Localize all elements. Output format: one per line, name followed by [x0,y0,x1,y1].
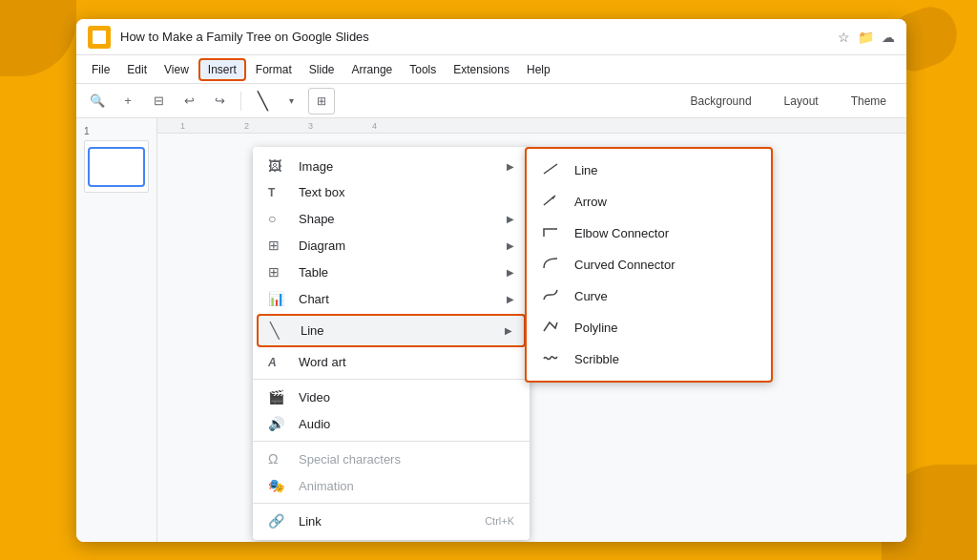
slide-thumbnail[interactable] [84,140,149,193]
special-chars-icon: Ω [268,451,287,467]
menu-item-shape[interactable]: ○ Shape ▶ [253,205,530,232]
menu-item-animation: 🎭 Animation [253,472,530,499]
wordart-icon: A [268,356,287,369]
menu-item-diagram[interactable]: ⊞ Diagram ▶ [253,232,530,259]
submenu-scribble[interactable]: Scribble [527,343,771,375]
insert-dropdown: 🖼 Image ▶ T Text box ○ Shape ▶ ⊞ Diagram… [253,147,530,540]
content-area: 1 1 2 3 4 🖼 Image ▶ T [76,118,906,542]
menu-view[interactable]: View [156,60,197,79]
line-tool-btn[interactable]: ╲ [249,88,276,114]
submenu-curved-connector[interactable]: Curved Connector [527,249,771,280]
line-submenu: Line Arrow Elbow Connector [525,147,773,383]
menu-edit[interactable]: Edit [119,60,155,79]
title-bar: How to Make a Family Tree on Google Slid… [76,19,906,55]
title-icons: ☆ 📁 ☁ [838,30,895,45]
menu-item-audio[interactable]: 🔊 Audio [253,410,530,437]
svg-line-0 [544,164,557,174]
line-straight-icon [542,162,563,178]
theme-btn[interactable]: Theme [839,90,899,113]
slide-number: 1 [84,126,149,136]
menu-tools[interactable]: Tools [402,60,444,79]
slide-inner [88,147,145,187]
app-icon-inner [93,31,106,44]
submenu-elbow[interactable]: Elbow Connector [527,218,771,249]
menu-bar: File Edit View Insert Format Slide Arran… [76,55,906,84]
menu-divider-1 [253,379,530,380]
menu-item-image[interactable]: 🖼 Image ▶ [253,153,530,179]
cloud-icon[interactable]: ☁ [882,30,895,45]
menu-item-video[interactable]: 🎬 Video [253,384,530,410]
menu-extensions[interactable]: Extensions [446,60,517,79]
search-btn[interactable]: 🔍 [84,88,111,114]
submenu-arrow[interactable]: Arrow [527,186,771,218]
elbow-connector-icon [542,225,563,241]
menu-item-special-chars: Ω Special characters [253,446,530,472]
audio-icon: 🔊 [268,416,287,431]
folder-icon[interactable]: 📁 [858,30,874,45]
image-icon: 🖼 [268,158,287,174]
submenu-line[interactable]: Line [527,155,771,186]
app-window: How to Make a Family Tree on Google Slid… [76,19,906,542]
toolbar-right: Background Layout Theme [678,90,899,113]
window-title: How to Make a Family Tree on Google Slid… [120,30,838,44]
slide-edit-area: 1 2 3 4 🖼 Image ▶ T Text box ○ Shap [157,118,906,542]
menu-item-chart[interactable]: 📊 Chart ▶ [253,285,530,312]
diagram-icon: ⊞ [268,238,287,253]
menu-item-textbox[interactable]: T Text box [253,179,530,205]
polyline-icon [542,320,563,336]
add-element-btn[interactable]: ⊞ [308,88,335,114]
table-icon: ⊞ [268,264,287,280]
menu-item-link[interactable]: 🔗 Link Ctrl+K [253,508,530,534]
layout-btn-text[interactable]: Layout [772,90,831,113]
submenu-polyline[interactable]: Polyline [527,312,771,343]
menu-slide[interactable]: Slide [301,60,343,79]
chart-icon: 📊 [268,291,287,306]
textbox-icon: T [268,186,287,199]
menu-insert[interactable]: Insert [198,58,246,81]
menu-help[interactable]: Help [519,60,558,79]
menu-item-line[interactable]: ╲ Line ▶ [257,314,526,347]
menu-file[interactable]: File [84,60,117,79]
slide-panel: 1 [76,118,157,542]
menu-format[interactable]: Format [248,60,300,79]
star-icon[interactable]: ☆ [838,30,850,45]
curved-connector-icon [542,257,563,273]
toolbar-separator [240,92,241,111]
link-icon: 🔗 [268,513,287,529]
scribble-icon [542,351,563,367]
layout-btn[interactable]: ⊟ [145,88,172,114]
menu-divider-3 [253,503,530,504]
shape-icon: ○ [268,211,287,226]
submenu-curve[interactable]: Curve [527,280,771,312]
redo-btn[interactable]: ↪ [206,88,233,114]
menu-item-wordart[interactable]: A Word art [253,349,530,375]
line-icon: ╲ [270,321,289,340]
curve-icon [542,288,563,304]
undo-btn[interactable]: ↩ [176,88,202,114]
app-icon [88,26,111,49]
ruler-horizontal: 1 2 3 4 [157,118,906,134]
menu-item-table[interactable]: ⊞ Table ▶ [253,259,530,285]
toolbar: 🔍 + ⊟ ↩ ↪ ╲ ▾ ⊞ Background Layout Theme [76,84,906,118]
menu-arrange[interactable]: Arrange [344,60,401,79]
animation-icon: 🎭 [268,478,287,493]
corner-decoration-tl [0,0,76,76]
menu-divider-2 [253,441,530,442]
video-icon: 🎬 [268,389,287,404]
background-btn[interactable]: Background [678,90,764,113]
add-btn[interactable]: + [114,88,141,114]
line-tool-dropdown[interactable]: ▾ [278,88,304,114]
arrow-icon [542,194,563,210]
